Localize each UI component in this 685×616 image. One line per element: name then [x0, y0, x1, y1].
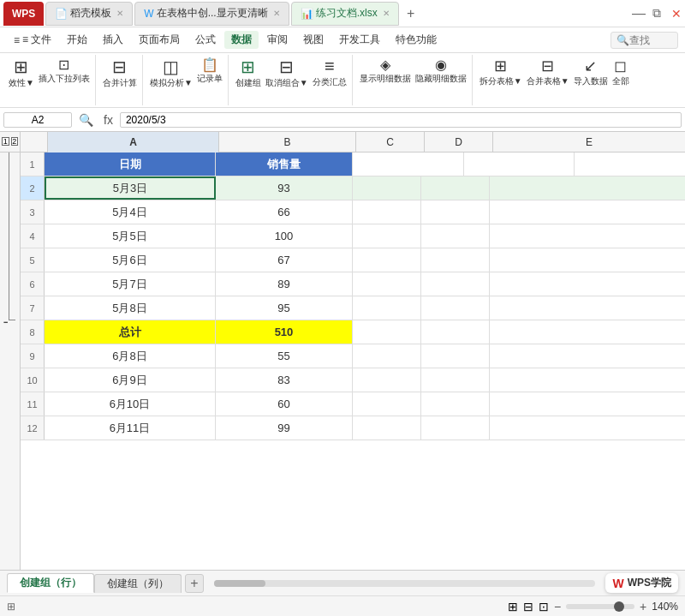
validity-btn[interactable]: ⊞ 效性▼ [7, 55, 36, 105]
cell-B12[interactable]: 99 [216, 416, 353, 440]
col-header-C[interactable]: C [356, 132, 425, 153]
col-header-D[interactable]: D [425, 132, 493, 153]
cell-C2[interactable] [353, 176, 421, 200]
cell-reference-input[interactable] [3, 112, 72, 128]
cell-A5[interactable]: 5月6日 [45, 248, 216, 272]
cell-A12[interactable]: 6月11日 [45, 416, 216, 440]
subtotal-btn[interactable]: ≡ 分类汇总 [311, 55, 348, 105]
cell-E10[interactable] [490, 368, 685, 392]
menu-insert[interactable]: 插入 [96, 31, 130, 49]
window-minimize[interactable]: — [632, 6, 646, 21]
create-group-btn[interactable]: ⊞ 创建组 [234, 55, 263, 105]
menu-special[interactable]: 特色功能 [389, 31, 444, 49]
search-input[interactable] [629, 34, 672, 46]
split-table-btn[interactable]: ⊞ 拆分表格▼ [478, 55, 524, 105]
cell-B3[interactable]: 66 [216, 200, 353, 224]
cell-E2[interactable] [490, 176, 685, 200]
col-header-B[interactable]: B [219, 132, 356, 153]
cell-B5[interactable]: 67 [216, 248, 353, 272]
cell-E3[interactable] [490, 200, 685, 224]
cell-D7[interactable] [421, 296, 490, 320]
cell-D2[interactable] [421, 176, 490, 200]
formula-input[interactable] [120, 112, 682, 128]
tab-wps[interactable]: WPS [3, 2, 44, 26]
cell-D10[interactable] [421, 368, 490, 392]
sheet-tab-col[interactable]: 创建组（列） [94, 574, 182, 593]
cell-C1[interactable] [353, 153, 464, 176]
window-close[interactable]: ✕ [671, 7, 682, 21]
cell-B11[interactable]: 60 [216, 392, 353, 416]
view-normal-icon[interactable]: ⊞ [508, 600, 518, 613]
horizontal-scrollbar[interactable] [214, 580, 595, 587]
zoom-in-btn[interactable]: + [640, 600, 646, 613]
cell-C4[interactable] [353, 224, 421, 248]
cell-A8[interactable]: 总计 [45, 320, 216, 344]
merge-calc-btn[interactable]: ⊟ 合并计算 [101, 55, 139, 105]
insert-dropdown-btn[interactable]: ⊡ 插入下拉列表 [37, 55, 92, 105]
col-header-E[interactable]: E [493, 132, 685, 153]
cell-E5[interactable] [490, 248, 685, 272]
view-layout-icon[interactable]: ⊟ [523, 600, 533, 613]
cell-A2[interactable]: 5月3日 [45, 176, 216, 200]
menu-layout[interactable]: 页面布局 [132, 31, 187, 49]
cell-A4[interactable]: 5月5日 [45, 224, 216, 248]
cell-B2[interactable]: 93 [216, 176, 353, 200]
cell-C11[interactable] [353, 392, 421, 416]
outline-level-1[interactable]: 1 [2, 137, 9, 146]
tab-close-template[interactable]: ✕ [116, 9, 123, 18]
collapse-btn-1[interactable]: − [3, 315, 8, 327]
cell-D8[interactable] [421, 320, 490, 344]
cell-D9[interactable] [421, 344, 490, 368]
menu-review[interactable]: 审阅 [260, 31, 295, 49]
zoom-slider[interactable] [566, 604, 634, 609]
tab-close-excel[interactable]: ✕ [383, 9, 390, 18]
cell-E12[interactable] [490, 416, 685, 440]
record-btn[interactable]: 📋 记录单 [195, 55, 224, 105]
cell-B7[interactable]: 95 [216, 296, 353, 320]
cell-C9[interactable] [353, 344, 421, 368]
cell-D11[interactable] [421, 392, 490, 416]
tab-excel[interactable]: 📊 练习文档.xlsx ✕ [291, 2, 399, 26]
menu-view[interactable]: 视图 [296, 31, 331, 49]
cell-A3[interactable]: 5月4日 [45, 200, 216, 224]
cell-A1[interactable]: 日期 [45, 153, 216, 176]
cell-E11[interactable] [490, 392, 685, 416]
menu-data[interactable]: 数据 [224, 31, 259, 49]
add-sheet-button[interactable]: + [185, 574, 204, 593]
zoom-out-btn[interactable]: − [554, 600, 561, 613]
cell-B9[interactable]: 55 [216, 344, 353, 368]
show-detail-btn[interactable]: ◈ 显示明细数据 [358, 55, 413, 105]
tab-close-display[interactable]: ✕ [273, 9, 280, 18]
tab-template[interactable]: 📄 稻壳模板 ✕ [45, 2, 133, 26]
menu-file[interactable]: ≡ ≡ 文件 [7, 31, 58, 49]
new-tab-button[interactable]: + [401, 3, 421, 24]
tab-display[interactable]: W 在表格中创...显示更清晰 ✕ [134, 2, 289, 26]
hide-detail-btn[interactable]: ◉ 隐藏明细数据 [414, 55, 468, 105]
wps-badge[interactable]: W WPS学院 [605, 573, 678, 593]
cell-A6[interactable]: 5月7日 [45, 272, 216, 296]
sheet-tab-row[interactable]: 创建组（行） [7, 573, 94, 593]
cell-B1[interactable]: 销售量 [216, 153, 353, 176]
cell-D1[interactable] [464, 153, 575, 176]
cell-D3[interactable] [421, 200, 490, 224]
cell-A7[interactable]: 5月8日 [45, 296, 216, 320]
all-btn[interactable]: ◻ 全部 [611, 55, 631, 105]
cancel-group-btn[interactable]: ⊟ 取消组合▼ [264, 55, 310, 105]
cell-E9[interactable] [490, 344, 685, 368]
cell-E8[interactable] [490, 320, 685, 344]
cell-B8[interactable]: 510 [216, 320, 353, 344]
cell-C7[interactable] [353, 296, 421, 320]
cell-C3[interactable] [353, 200, 421, 224]
cell-E7[interactable] [490, 296, 685, 320]
cell-C12[interactable] [353, 416, 421, 440]
col-header-A[interactable]: A [48, 132, 219, 153]
menu-formula[interactable]: 公式 [188, 31, 223, 49]
search-box[interactable]: 🔍 [611, 32, 678, 49]
cell-C10[interactable] [353, 368, 421, 392]
cell-A11[interactable]: 6月10日 [45, 392, 216, 416]
outline-level-2[interactable]: 2 [11, 137, 19, 146]
cell-B6[interactable]: 89 [216, 272, 353, 296]
cell-D5[interactable] [421, 248, 490, 272]
cell-E1[interactable] [575, 153, 685, 176]
cell-D6[interactable] [421, 272, 490, 296]
